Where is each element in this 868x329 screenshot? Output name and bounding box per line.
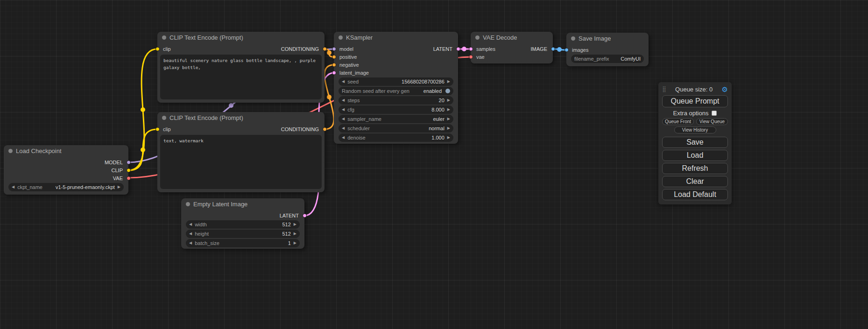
wire-dot-latent-ksampler xyxy=(462,47,466,51)
node-status-dot[interactable] xyxy=(186,202,190,206)
settings-gear-icon[interactable]: ⚙ xyxy=(722,86,728,93)
ckpt-name-widget[interactable]: ◀ ckpt_name v1-5-pruned-emaonly.ckpt ▶ xyxy=(8,183,124,191)
model-input-port[interactable] xyxy=(332,47,336,51)
node-status-dot[interactable] xyxy=(339,35,343,40)
conditioning-output-port[interactable] xyxy=(323,47,327,51)
latent-output-port[interactable] xyxy=(456,47,460,51)
conditioning-output-port[interactable] xyxy=(323,127,327,131)
clip-input-port[interactable] xyxy=(155,127,160,131)
clip-input-port[interactable] xyxy=(155,47,160,51)
node-empty-latent-image[interactable]: Empty Latent Image LATENT ◀ width 512 ▶ … xyxy=(181,198,304,249)
node-status-dot[interactable] xyxy=(162,35,166,40)
node-ksampler[interactable]: KSampler model LATENT positive negative … xyxy=(334,32,458,144)
clip-slot-row: clip CONDITIONING xyxy=(157,125,325,133)
arrow-left-icon[interactable]: ◀ xyxy=(189,232,192,236)
arrow-right-icon[interactable]: ▶ xyxy=(118,185,120,189)
arrow-left-icon[interactable]: ◀ xyxy=(342,117,345,121)
drag-handle-icon[interactable]: ⣿ xyxy=(662,86,666,92)
arrow-left-icon[interactable]: ◀ xyxy=(342,136,345,140)
save-button[interactable]: Save xyxy=(662,137,728,148)
positive-input-port[interactable] xyxy=(332,55,336,59)
node-title: Load Checkpoint xyxy=(16,147,62,154)
node-header[interactable]: VAE Decode xyxy=(471,32,553,43)
node-load-checkpoint[interactable]: Load Checkpoint MODEL CLIP VAE ◀ ckpt_na… xyxy=(4,145,128,195)
model-output-port[interactable] xyxy=(127,160,131,164)
random-seed-toggle-widget[interactable]: Random seed after every gen enabled xyxy=(339,87,453,95)
node-graph-canvas[interactable]: Load Checkpoint MODEL CLIP VAE ◀ ckpt_na… xyxy=(0,0,868,329)
clip-output-port[interactable] xyxy=(127,168,131,172)
arrow-right-icon[interactable]: ▶ xyxy=(447,108,450,112)
wire-dot-image xyxy=(557,47,562,52)
arrow-right-icon[interactable]: ▶ xyxy=(447,80,450,84)
arrow-left-icon[interactable]: ◀ xyxy=(342,108,345,112)
latent-output-port[interactable] xyxy=(303,213,307,217)
node-header[interactable]: Empty Latent Image xyxy=(181,198,304,210)
latent-image-input-port[interactable] xyxy=(332,70,336,75)
wire-dot-clip-negative xyxy=(141,147,145,152)
output-slot-vae[interactable]: VAE xyxy=(4,174,128,182)
arrow-left-icon[interactable]: ◀ xyxy=(189,241,192,245)
positive-prompt-textarea[interactable]: beautiful scenery nature glass bottle la… xyxy=(160,55,322,99)
width-widget[interactable]: ◀ width 512 ▶ xyxy=(186,220,300,229)
clear-button[interactable]: Clear xyxy=(662,176,728,187)
node-vae-decode[interactable]: VAE Decode samples IMAGE vae xyxy=(471,32,553,63)
extra-options-checkbox[interactable] xyxy=(712,111,717,116)
arrow-left-icon[interactable]: ◀ xyxy=(342,126,345,130)
view-history-button[interactable]: View History xyxy=(674,126,716,133)
scheduler-widget[interactable]: ◀ scheduler normal ▶ xyxy=(339,124,453,133)
negative-prompt-textarea[interactable]: text, watermark xyxy=(160,135,322,189)
arrow-right-icon[interactable]: ▶ xyxy=(447,126,450,130)
node-status-dot[interactable] xyxy=(475,35,480,40)
sampler-name-widget[interactable]: ◀ sampler_name euler ▶ xyxy=(339,115,453,123)
images-input-port[interactable] xyxy=(565,48,569,52)
load-button[interactable]: Load xyxy=(662,150,728,161)
node-save-image[interactable]: Save Image images filename_prefix ComfyU… xyxy=(566,33,649,66)
node-header[interactable]: Load Checkpoint xyxy=(4,145,128,156)
node-header[interactable]: CLIP Text Encode (Prompt) xyxy=(157,112,325,123)
view-queue-button[interactable]: View Queue xyxy=(696,118,728,125)
queue-panel: ⣿ Queue size: 0 ⚙ Queue Prompt Extra opt… xyxy=(658,82,732,204)
queue-size-label: Queue size: 0 xyxy=(666,86,722,93)
queue-front-button[interactable]: Queue Front xyxy=(662,118,694,125)
arrow-right-icon[interactable]: ▶ xyxy=(447,98,450,102)
load-default-button[interactable]: Load Default xyxy=(662,189,728,200)
vae-input-port[interactable] xyxy=(469,55,473,59)
output-slot-latent[interactable]: LATENT xyxy=(181,211,304,219)
samples-input-port[interactable] xyxy=(469,47,473,51)
arrow-right-icon[interactable]: ▶ xyxy=(447,117,450,121)
node-status-dot[interactable] xyxy=(571,36,575,41)
arrow-right-icon[interactable]: ▶ xyxy=(294,223,296,226)
output-slot-model[interactable]: MODEL xyxy=(4,158,128,166)
refresh-button[interactable]: Refresh xyxy=(662,163,728,174)
arrow-right-icon[interactable]: ▶ xyxy=(447,136,450,140)
vae-output-port[interactable] xyxy=(127,176,131,180)
queue-prompt-button[interactable]: Queue Prompt xyxy=(662,95,728,107)
image-output-port[interactable] xyxy=(551,47,555,51)
arrow-right-icon[interactable]: ▶ xyxy=(294,232,296,236)
node-header[interactable]: CLIP Text Encode (Prompt) xyxy=(157,32,325,43)
node-header[interactable]: Save Image xyxy=(566,33,649,44)
samples-slot-row: samples IMAGE xyxy=(471,45,553,53)
toggle-dot[interactable] xyxy=(445,89,450,93)
positive-slot-row: positive xyxy=(334,53,458,61)
node-status-dot[interactable] xyxy=(8,149,13,153)
batch-size-widget[interactable]: ◀ batch_size 1 ▶ xyxy=(186,239,300,247)
negative-input-port[interactable] xyxy=(332,63,336,67)
output-slot-clip[interactable]: CLIP xyxy=(4,166,128,174)
arrow-left-icon[interactable]: ◀ xyxy=(342,80,345,84)
arrow-left-icon[interactable]: ◀ xyxy=(12,185,14,189)
node-status-dot[interactable] xyxy=(162,116,166,120)
node-header[interactable]: KSampler xyxy=(334,32,458,43)
arrow-right-icon[interactable]: ▶ xyxy=(294,241,296,245)
denoise-widget[interactable]: ◀ denoise 1.000 ▶ xyxy=(339,133,453,142)
node-clip-text-encode-positive[interactable]: CLIP Text Encode (Prompt) clip CONDITION… xyxy=(157,32,325,103)
seed-widget[interactable]: ◀ seed 156680208700286 ▶ xyxy=(339,77,453,86)
vae-slot-row: vae xyxy=(471,53,553,61)
node-clip-text-encode-negative[interactable]: CLIP Text Encode (Prompt) clip CONDITION… xyxy=(157,112,325,192)
height-widget[interactable]: ◀ height 512 ▶ xyxy=(186,230,300,238)
filename-prefix-widget[interactable]: filename_prefix ComfyUI xyxy=(571,55,644,63)
steps-widget[interactable]: ◀ steps 20 ▶ xyxy=(339,96,453,105)
arrow-left-icon[interactable]: ◀ xyxy=(342,98,345,102)
arrow-left-icon[interactable]: ◀ xyxy=(189,223,192,226)
cfg-widget[interactable]: ◀ cfg 8.000 ▶ xyxy=(339,105,453,114)
